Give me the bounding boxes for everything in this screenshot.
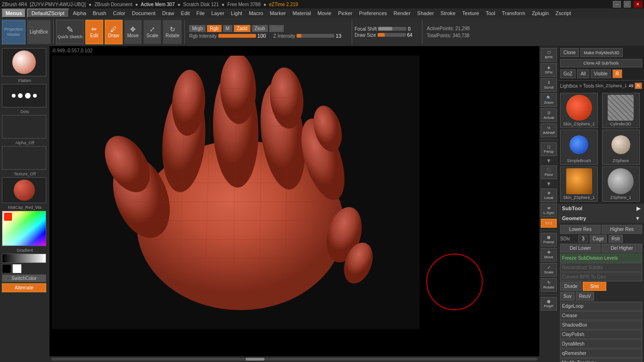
minimize-btn[interactable]: ─ — [613, 1, 620, 8]
m-button[interactable]: M — [223, 25, 232, 32]
sdiv-value[interactable]: 3 — [578, 235, 588, 242]
claypolish-button[interactable]: ClayPolish — [560, 330, 642, 339]
maximize-btn[interactable]: □ — [624, 1, 631, 8]
thumb-simplebrush[interactable]: SimpleBrush — [560, 130, 598, 165]
zoom-button[interactable]: 🔍 Zoom — [541, 93, 557, 107]
menu-item-movie[interactable]: Movie — [315, 9, 334, 17]
mrgb-button[interactable]: Mrgb — [189, 25, 206, 32]
brush-preview[interactable] — [2, 48, 46, 76]
switch-color-button[interactable]: SwitchColor — [2, 274, 46, 282]
smt-button[interactable]: Smt — [583, 282, 606, 291]
actual-button[interactable]: ⊡ Actual — [541, 108, 557, 122]
rgb-intensity-slider[interactable] — [218, 34, 256, 38]
menu-item-transform[interactable]: Transform — [499, 9, 528, 17]
rstr-button[interactable]: Rstr — [609, 235, 623, 243]
bpr-button[interactable]: ⬡ BPR — [541, 48, 557, 62]
xyz-button[interactable]: XYZ — [541, 219, 557, 228]
thumb-skin-zsphere2[interactable]: Skin_ZSphere_1 — [560, 166, 598, 202]
cage-button[interactable]: Cage — [590, 235, 607, 243]
visible-button[interactable]: Visible — [591, 69, 611, 78]
clone-all-subtools-button[interactable]: Clone All SubTools — [560, 59, 642, 67]
aahalf-button[interactable]: ½ AAHalf — [541, 123, 557, 137]
spix-button[interactable]: ◈ SPix — [541, 63, 557, 77]
thumb-zsphere[interactable]: ZSphere — [602, 130, 640, 165]
thumb-skin-zsphere1[interactable]: Skin_ZSphere_1 — [560, 93, 598, 128]
make-polymesh3d-button[interactable]: Make PolyMesh3D — [580, 48, 623, 57]
menu-item-marker[interactable]: Marker — [267, 9, 289, 17]
all-button[interactable]: All — [577, 69, 589, 78]
menu-item-material[interactable]: Material — [289, 9, 314, 17]
crease-button[interactable]: Crease — [560, 311, 642, 320]
menu-item-draw[interactable]: Draw — [159, 9, 177, 17]
floor-button[interactable]: ⬛ Floor — [541, 165, 557, 179]
goz-button[interactable]: GoZ — [560, 69, 576, 78]
stroke-preview[interactable] — [2, 84, 46, 107]
move-button[interactable]: ✥ Move — [124, 20, 142, 44]
lightbox-tools-label[interactable]: Lightbox > Tools — [560, 83, 594, 89]
move-tool-button[interactable]: ✥ Move — [541, 248, 557, 262]
menu-item-light[interactable]: Light — [228, 9, 245, 17]
higher-res-button[interactable]: Higher Res — [602, 225, 642, 234]
menu-item-preferences[interactable]: Preferences — [356, 9, 389, 17]
convert-bpr-button[interactable]: Convert BPR To Geo — [560, 272, 642, 281]
menu-item-file[interactable]: File — [194, 9, 208, 17]
menu-item-color[interactable]: Color — [110, 9, 128, 17]
zadd-button[interactable]: Zadd — [234, 25, 250, 32]
black-swatch[interactable] — [2, 264, 11, 273]
texture-preview[interactable] — [2, 146, 46, 170]
modify-topology-button[interactable]: Modify Topology — [560, 358, 642, 362]
color-picker[interactable] — [2, 211, 46, 246]
del-higher-button[interactable]: Del Higher — [602, 244, 642, 253]
close-btn[interactable]: ✕ — [634, 1, 642, 8]
scale-tool-button[interactable]: ⤢ Scale — [541, 263, 557, 277]
menu-item-layer[interactable]: Layer — [208, 9, 227, 17]
draw-size-slider[interactable] — [378, 33, 406, 37]
rotate-tool-button[interactable]: ↻ Rotate — [541, 278, 557, 292]
alpha-preview[interactable] — [2, 115, 46, 139]
edit-button[interactable]: ✏ Edit — [85, 20, 103, 44]
canvas-scrollbar[interactable] — [50, 356, 539, 362]
lsym-button[interactable]: ⇌ L.Sym — [541, 204, 557, 217]
lower-res-button[interactable]: Lower Res — [560, 225, 601, 234]
projection-master-button[interactable]: ProjectionMaster — [2, 20, 25, 44]
zsub-button[interactable]: Zsub — [252, 25, 268, 32]
frame-button[interactable]: ▦ Frame — [541, 233, 557, 247]
reuv-button[interactable]: ReuV — [576, 292, 594, 301]
qremesher-button[interactable]: qRemesher — [560, 349, 642, 358]
scrollbar-track[interactable] — [51, 358, 537, 361]
matcap-preview[interactable] — [2, 177, 46, 203]
menu-item-zscript[interactable]: Zscript — [553, 9, 574, 17]
persp-button[interactable]: ◻ Persp — [541, 142, 557, 156]
scrollbar-thumb[interactable] — [246, 358, 264, 361]
menu-item-shader[interactable]: Shader — [414, 9, 437, 17]
menus-button[interactable]: Menus — [2, 8, 26, 18]
freeze-subdiv-button[interactable]: Freeze SubDivision Levels — [560, 254, 642, 263]
dynamesh-button[interactable]: DynaMesh — [560, 339, 642, 348]
del-lower-button[interactable]: Del Lower — [560, 244, 601, 253]
polyf-button[interactable]: ▦ PolyF — [541, 297, 557, 311]
suv-button[interactable]: Suv — [560, 292, 575, 301]
z-intensity-slider[interactable] — [297, 34, 334, 38]
menu-item-brush[interactable]: Brush — [90, 9, 109, 17]
menu-item-stroke[interactable]: Stroke — [438, 9, 458, 17]
rotate-button[interactable]: ↻ Rotate — [163, 20, 182, 44]
divide-button[interactable]: Divide — [560, 282, 582, 291]
lightbox-button[interactable]: LightBox — [27, 20, 51, 44]
edgeloop-button[interactable]: EdgeLoop — [560, 302, 642, 311]
menu-item-zplugin[interactable]: Zplugin — [529, 9, 552, 17]
script-button[interactable]: DefaultZScript — [27, 8, 69, 18]
skin-r-button[interactable]: R — [635, 82, 643, 89]
scroll-button[interactable]: ⇕ Scroll — [541, 78, 557, 92]
subtool-header[interactable]: SubTool ▶ — [558, 204, 644, 214]
scale-button[interactable]: ⤢ Scale — [143, 20, 161, 44]
menu-item-alpha[interactable]: Alpha — [70, 9, 89, 17]
menu-item-picker[interactable]: Picker — [335, 9, 355, 17]
reconstruct-subdiv-button[interactable]: Reconstruct Subdiv — [560, 263, 642, 272]
thumb-zsphere1[interactable]: ZSphere_1 — [602, 166, 640, 202]
menu-item-macro[interactable]: Macro — [246, 9, 266, 17]
shadowbox-button[interactable]: ShadowBox — [560, 321, 642, 329]
gradient-bar[interactable] — [2, 254, 46, 263]
white-swatch[interactable] — [12, 264, 22, 273]
rgb-button[interactable]: Rgb — [207, 25, 221, 32]
clone-button[interactable]: Clone — [560, 48, 579, 57]
